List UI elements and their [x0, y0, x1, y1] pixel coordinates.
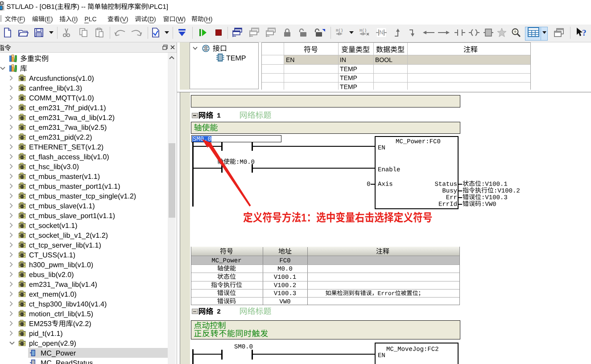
svg-text:H(): H()	[360, 29, 367, 33]
svg-text:N: N	[380, 29, 384, 36]
svg-text:?: ?	[582, 28, 587, 37]
svg-text:H(): H()	[336, 29, 343, 33]
